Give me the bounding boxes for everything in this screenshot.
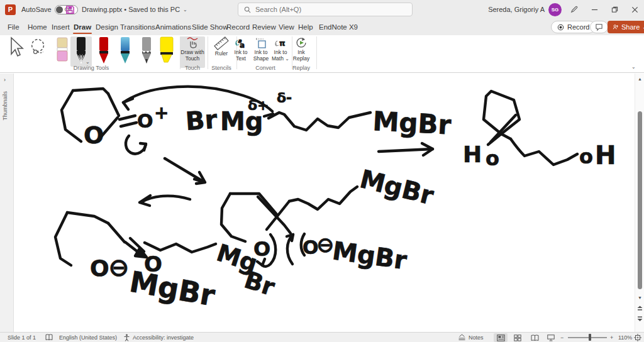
- minimize-button[interactable]: [585, 0, 604, 19]
- normal-view-icon: [497, 334, 505, 341]
- eraser-tool[interactable]: [53, 36, 72, 67]
- svg-text:π: π: [279, 39, 286, 48]
- pen-icon: [570, 5, 579, 14]
- tab-review[interactable]: Review: [251, 19, 277, 35]
- ink-label: MgBr: [372, 106, 452, 140]
- zoom-slider-track[interactable]: [568, 337, 607, 338]
- ink-to-shape-label: Ink to Shape: [250, 50, 272, 62]
- slide-indicator[interactable]: Slide 1 of 1: [8, 333, 36, 342]
- select-tool[interactable]: [6, 36, 25, 67]
- zoom-level[interactable]: 110%: [618, 333, 632, 342]
- chevron-down-icon: ⌄: [183, 7, 187, 13]
- save-button[interactable]: [65, 0, 75, 19]
- tab-file[interactable]: File: [6, 19, 21, 35]
- slideshow-view-button[interactable]: [544, 333, 558, 342]
- tab-home[interactable]: Home: [26, 19, 48, 35]
- zoom-out-button[interactable]: −: [560, 333, 564, 342]
- thumbnails-panel[interactable]: › Thumbnails: [0, 74, 14, 332]
- restore-button[interactable]: [605, 0, 624, 19]
- lasso-icon: [29, 36, 48, 58]
- close-icon: [631, 6, 638, 13]
- tab-draw[interactable]: Draw: [72, 19, 92, 35]
- group-label-drawing-tools: Drawing Tools: [44, 65, 138, 71]
- record-button[interactable]: Record: [551, 21, 596, 33]
- touch-hand-icon: [186, 36, 199, 49]
- close-button[interactable]: [625, 0, 644, 19]
- toggle-knob-icon: [56, 6, 63, 13]
- ink-label: δ+: [248, 97, 269, 113]
- previous-slide-button[interactable]: [635, 305, 644, 312]
- collapse-ribbon-button[interactable]: ⌄: [631, 64, 636, 70]
- notes-button[interactable]: Notes: [458, 333, 484, 342]
- group-label-convert: Convert: [245, 65, 286, 71]
- pencil-silver-tool[interactable]: [137, 36, 156, 67]
- app-icon: P: [5, 0, 16, 19]
- user-name[interactable]: Sereda, Grigoriy A: [486, 0, 545, 19]
- svg-text:a: a: [240, 41, 245, 49]
- slide-canvas[interactable]: O O + Br Mg δ+ δ- MgBr H o o H MgBr O O …: [14, 74, 620, 332]
- group-label-replay: Replay: [286, 65, 316, 71]
- ribbon-tab-row: File Home Insert Draw Design Transitions…: [0, 19, 644, 35]
- ink-label: ⊖: [316, 232, 335, 257]
- fit-slide-button[interactable]: [634, 333, 641, 342]
- accessibility-button[interactable]: Accessibility: investigate: [123, 333, 194, 342]
- tab-help[interactable]: Help: [297, 19, 314, 35]
- vertical-scrollbar[interactable]: ▲ ▼: [635, 74, 644, 332]
- reading-view-button[interactable]: [528, 333, 541, 342]
- pen-red-icon: [96, 36, 111, 65]
- search-input[interactable]: Search (Alt+Q): [238, 3, 413, 16]
- tab-slide-show[interactable]: Slide Show: [191, 19, 230, 35]
- pen-mode-button[interactable]: [565, 0, 584, 19]
- record-dot-icon: [557, 24, 564, 31]
- draw-with-touch-label: Draw with Touch: [180, 50, 205, 62]
- document-title-menu[interactable]: Drawing.pptx • Saved to this PC ⌄: [82, 0, 187, 19]
- pen-black-tool[interactable]: ⌄: [70, 36, 92, 67]
- pen-blue-tool[interactable]: [116, 36, 135, 67]
- fit-to-window-icon: [634, 334, 641, 341]
- ink-to-shape-button[interactable]: Ink to Shape: [250, 36, 272, 64]
- group-separator: [316, 36, 317, 69]
- ink-to-text-button[interactable]: a a Ink to Text: [230, 36, 252, 64]
- ink-to-math-button[interactable]: π Ink to Math ⌄: [269, 36, 292, 64]
- tab-insert[interactable]: Insert: [50, 19, 71, 35]
- language-indicator[interactable]: English (United States): [59, 333, 117, 342]
- ink-replay-button[interactable]: Ink Replay: [291, 36, 312, 64]
- spellcheck-button[interactable]: [45, 333, 53, 342]
- highlighter-yellow-tool[interactable]: [157, 36, 176, 67]
- lasso-select-tool[interactable]: [29, 36, 48, 67]
- ruler-label: Ruler: [215, 51, 228, 57]
- search-placeholder: Search (Alt+Q): [255, 6, 301, 13]
- scrollbar-thumb[interactable]: [638, 111, 642, 289]
- slide-sorter-icon: [514, 334, 521, 341]
- notes-icon: [458, 334, 466, 341]
- ink-label: MgBr: [331, 236, 409, 275]
- next-slide-button[interactable]: [635, 315, 644, 323]
- tab-record[interactable]: Record: [225, 19, 251, 35]
- tab-transitions[interactable]: Transitions: [119, 19, 157, 35]
- draw-with-touch-button[interactable]: Draw with Touch: [180, 36, 205, 68]
- comment-icon: [595, 23, 603, 31]
- pen-red-tool[interactable]: [94, 36, 113, 67]
- save-icon: [65, 5, 75, 14]
- ink-label: o: [579, 145, 593, 168]
- slide-sorter-view-button[interactable]: [511, 333, 525, 342]
- tab-endnote-x9[interactable]: EndNote X9: [318, 19, 359, 35]
- scroll-up-icon[interactable]: ▲: [635, 75, 644, 82]
- tab-view[interactable]: View: [277, 19, 296, 35]
- tab-animations[interactable]: Animations: [154, 19, 192, 35]
- zoom-slider-thumb[interactable]: [589, 334, 591, 341]
- tab-design[interactable]: Design: [94, 19, 119, 35]
- zoom-in-button[interactable]: +: [610, 333, 613, 342]
- comments-button[interactable]: [590, 21, 608, 33]
- ink-replay-icon: [294, 36, 308, 49]
- cursor-icon: [7, 36, 25, 58]
- ink-label: H: [595, 141, 616, 170]
- normal-view-button[interactable]: [494, 333, 508, 342]
- ink-to-text-icon: a a: [234, 36, 248, 49]
- share-button[interactable]: Share ⌄: [608, 21, 644, 33]
- ink-replay-label: Ink Replay: [291, 50, 312, 62]
- scroll-down-icon[interactable]: ▼: [635, 294, 644, 301]
- account-avatar[interactable]: SG: [548, 0, 562, 19]
- chevron-down-icon: ⌄: [86, 59, 90, 65]
- ink-label: O: [84, 121, 104, 149]
